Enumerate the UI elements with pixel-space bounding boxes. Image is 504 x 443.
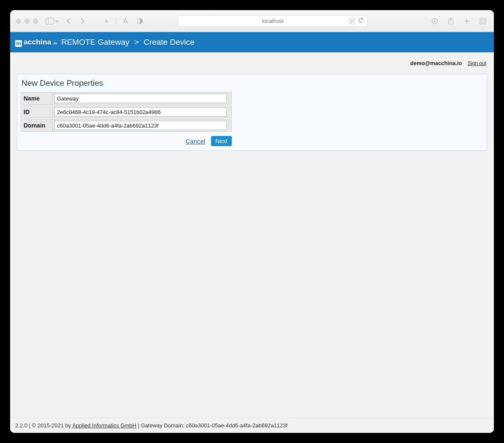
footer-company-link[interactable]: Applied Informatics GmbH bbox=[72, 422, 136, 429]
footer-version: 2.2.0 bbox=[15, 422, 27, 429]
text-size-small-button[interactable]: A bbox=[101, 16, 111, 26]
page-content: demo@macchina.io Sign out New Device Pro… bbox=[10, 52, 494, 418]
zoom-window-icon[interactable] bbox=[33, 19, 38, 24]
name-input[interactable] bbox=[54, 94, 227, 103]
cancel-link[interactable]: Cancel bbox=[186, 138, 206, 145]
svg-rect-7 bbox=[480, 22, 482, 24]
sidebar-toggle[interactable] bbox=[46, 18, 59, 24]
field-row-id: ID bbox=[21, 106, 232, 118]
logo-text: acchina bbox=[24, 38, 51, 46]
new-tab-button[interactable] bbox=[462, 16, 472, 26]
breadcrumb: REMOTE Gateway > Create Device bbox=[61, 38, 195, 47]
forward-button[interactable] bbox=[78, 16, 88, 26]
app-header: m acchina .io REMOTE Gateway > Create De… bbox=[10, 32, 494, 52]
next-button[interactable]: Next bbox=[211, 136, 232, 146]
chevron-down-icon bbox=[55, 19, 59, 23]
grid-icon bbox=[480, 18, 486, 24]
field-row-name: Name bbox=[21, 92, 232, 105]
svg-rect-6 bbox=[484, 18, 486, 20]
logo-mark: m bbox=[15, 40, 22, 47]
footer-domain-value: c60a3001-05ae-4dd6-a4fa-2ab692a1123f bbox=[186, 422, 287, 429]
breadcrumb-separator: > bbox=[134, 38, 139, 46]
reload-icon[interactable] bbox=[358, 18, 364, 24]
form-actions: Cancel Next bbox=[21, 136, 232, 146]
share-icon bbox=[447, 17, 454, 25]
plus-icon bbox=[463, 18, 470, 24]
divider bbox=[116, 17, 116, 25]
page-footer: 2.2.0 | © 2015-2021 by Applied Informati… bbox=[10, 418, 494, 433]
address-bar[interactable]: localhost ⇄ bbox=[178, 15, 368, 27]
domain-input[interactable] bbox=[54, 121, 227, 130]
svg-rect-0 bbox=[46, 18, 54, 24]
device-properties-panel: New Device Properties Name ID Domain Can… bbox=[17, 74, 487, 151]
device-form: Name ID Domain bbox=[21, 91, 232, 133]
user-email: demo@macchina.io bbox=[410, 60, 462, 66]
breadcrumb-page: Create Device bbox=[144, 38, 194, 46]
browser-titlebar: A A localhost ⇄ bbox=[10, 10, 494, 32]
share-button[interactable] bbox=[446, 16, 456, 26]
url-host: localhost bbox=[262, 18, 284, 24]
svg-rect-5 bbox=[480, 18, 482, 20]
user-bar: demo@macchina.io Sign out bbox=[17, 60, 487, 66]
downloads-button[interactable] bbox=[430, 16, 440, 26]
footer-domain-prefix: | Gateway Domain: bbox=[136, 422, 186, 429]
tab-overview-button[interactable] bbox=[478, 16, 488, 26]
brand-logo[interactable]: m acchina .io bbox=[15, 38, 57, 46]
download-icon bbox=[431, 18, 438, 24]
back-button[interactable] bbox=[63, 16, 73, 26]
text-size-large-button[interactable]: A bbox=[120, 16, 130, 26]
chevron-left-icon bbox=[66, 18, 71, 24]
sign-out-link[interactable]: Sign out bbox=[468, 60, 486, 66]
translate-icon[interactable]: ⇄ bbox=[349, 18, 355, 24]
domain-label: Domain bbox=[21, 119, 53, 132]
id-input[interactable] bbox=[54, 107, 227, 117]
reader-appearance-button[interactable] bbox=[135, 16, 145, 26]
panel-title: New Device Properties bbox=[22, 79, 483, 88]
sidebar-icon bbox=[46, 18, 54, 24]
id-label: ID bbox=[21, 106, 53, 118]
name-label: Name bbox=[21, 92, 53, 105]
browser-window: A A localhost ⇄ bbox=[10, 10, 494, 433]
minimize-window-icon[interactable] bbox=[24, 19, 30, 24]
window-controls bbox=[16, 19, 38, 24]
chevron-right-icon bbox=[80, 18, 85, 24]
svg-rect-8 bbox=[484, 22, 486, 24]
half-circle-icon bbox=[136, 18, 143, 24]
close-window-icon[interactable] bbox=[16, 19, 21, 24]
field-row-domain: Domain bbox=[21, 119, 232, 132]
breadcrumb-root[interactable]: REMOTE Gateway bbox=[61, 38, 130, 46]
footer-copyright-prefix: | © 2015-2021 by bbox=[27, 422, 72, 429]
logo-suffix: .io bbox=[52, 41, 57, 45]
